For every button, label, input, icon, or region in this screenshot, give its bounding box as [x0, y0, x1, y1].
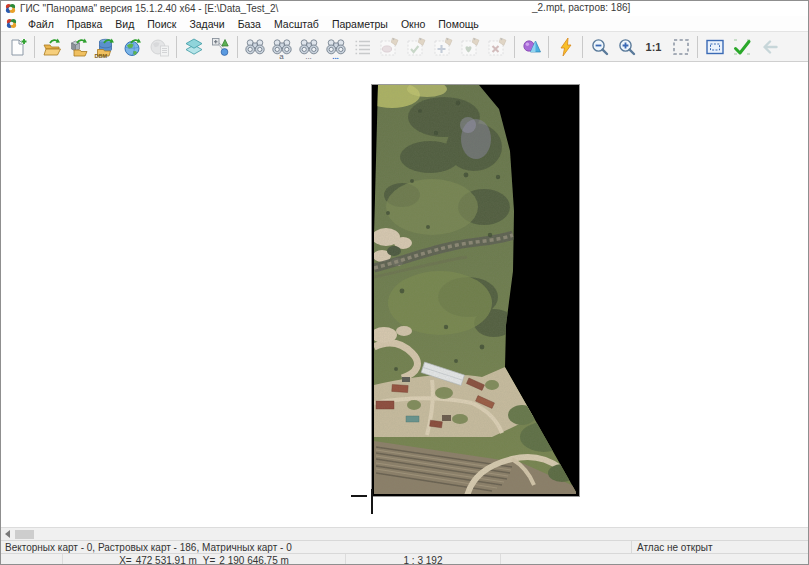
- menu-file[interactable]: Файл: [28, 18, 54, 30]
- toolbar-separator: [34, 36, 35, 58]
- quick-view-button[interactable]: [553, 34, 579, 60]
- scale-value: 1 : 3 192: [404, 555, 443, 565]
- window-title: ГИС "Панорама" версия 15.1.2.40 x64 - [E…: [20, 3, 278, 14]
- select-objects-button: [458, 34, 484, 60]
- menu-edit[interactable]: Правка: [67, 18, 102, 30]
- select-heart-icon: [461, 37, 481, 57]
- menu-search[interactable]: Поиск: [147, 18, 176, 30]
- zoom-out-button[interactable]: [587, 34, 613, 60]
- select-area-icon: [380, 37, 400, 57]
- menu-window[interactable]: Окно: [401, 18, 425, 30]
- dbm-label: DBM: [95, 53, 108, 59]
- open-data-button[interactable]: [66, 34, 92, 60]
- select-x-icon: [488, 37, 508, 57]
- search-dots-label: ...: [296, 52, 322, 62]
- select-confirm-button: [404, 34, 430, 60]
- toolbar-separator: [237, 36, 238, 58]
- select-area-button: [377, 34, 403, 60]
- open-database-button[interactable]: DBM: [93, 34, 119, 60]
- layers-icon: [184, 37, 204, 57]
- search-by-name-button[interactable]: a: [269, 34, 295, 60]
- zoom-in-icon: [617, 37, 637, 57]
- left-arrow-icon: [759, 37, 779, 57]
- status-bar: Векторных карт - 0, Растровых карт - 186…: [1, 540, 808, 553]
- scroll-left-arrow-icon[interactable]: [1, 528, 14, 541]
- globe-icon: [123, 37, 143, 57]
- app-window: ГИС "Панорама" версия 15.1.2.40 x64 - [E…: [0, 0, 809, 565]
- coord-empty-cell: [1, 554, 63, 565]
- map-canvas[interactable]: [1, 62, 808, 527]
- toolbar-separator: [697, 36, 698, 58]
- map-cursor-crosshair: [351, 495, 367, 497]
- window-title-suffix: _2.mpt, растров: 186]: [532, 2, 630, 13]
- toolbar-separator: [582, 36, 583, 58]
- select-frame-button[interactable]: [668, 34, 694, 60]
- scale-1-1-button[interactable]: 1:1: [641, 34, 667, 60]
- select-check-icon: [407, 37, 427, 57]
- maps-count-status: Векторных карт - 0, Растровых карт - 186…: [5, 542, 292, 553]
- create-map-button[interactable]: [5, 34, 31, 60]
- open-box-icon: [69, 37, 89, 57]
- y-label: Y=: [203, 555, 216, 565]
- raster-extent[interactable]: [372, 85, 579, 496]
- composition-icon: [211, 37, 231, 57]
- open-map-button[interactable]: [39, 34, 65, 60]
- open-internet-map-button[interactable]: [120, 34, 146, 60]
- aerial-orthophoto: [372, 85, 579, 496]
- search-button[interactable]: [242, 34, 268, 60]
- new-document-icon: [8, 37, 28, 57]
- geoportal-button: [147, 34, 173, 60]
- cursor-coordinates: X= 472 531.91 m Y= 2 190 646.75 m: [63, 554, 346, 565]
- binoculars-icon: [245, 37, 265, 57]
- title-bar: ГИС "Панорама" версия 15.1.2.40 x64 - [E…: [1, 1, 808, 16]
- dashed-frame-icon: [671, 37, 691, 57]
- map-composition-button[interactable]: [208, 34, 234, 60]
- menu-tasks[interactable]: Задачи: [189, 18, 224, 30]
- menu-view[interactable]: Вид: [115, 18, 134, 30]
- coord-empty-cell: [501, 554, 808, 565]
- search-blue-dots-label: ...: [323, 52, 349, 62]
- select-cancel-button: [485, 34, 511, 60]
- search-in-selected-button[interactable]: ...: [323, 34, 349, 60]
- object-list-button: [350, 34, 376, 60]
- menu-bar: Файл Правка Вид Поиск Задачи База Масшта…: [1, 16, 808, 31]
- window-frame-icon: [705, 37, 725, 57]
- green-check-icon: [732, 37, 752, 57]
- map-scale-indicator: 1 : 3 192: [346, 554, 501, 565]
- toolbar-separator: [548, 36, 549, 58]
- scale-1-1-label: 1:1: [646, 41, 662, 53]
- open-folder-icon: [42, 37, 62, 57]
- menu-options[interactable]: Параметры: [332, 18, 388, 30]
- list-icon: [353, 37, 373, 57]
- menu-database[interactable]: База: [238, 18, 261, 30]
- map-window-button[interactable]: [702, 34, 728, 60]
- menu-scale[interactable]: Масштаб: [274, 18, 319, 30]
- x-value: 472 531.91 m: [136, 555, 197, 565]
- globe-list-icon: [150, 37, 170, 57]
- search-continue-button[interactable]: ...: [296, 34, 322, 60]
- search-name-label: a: [269, 52, 295, 62]
- coordinates-bar: X= 472 531.91 m Y= 2 190 646.75 m 1 : 3 …: [1, 553, 808, 565]
- app-logo-icon: [5, 3, 16, 14]
- lightning-icon: [556, 37, 576, 57]
- map-cursor-crosshair: [371, 489, 373, 514]
- status-separator: [631, 541, 632, 554]
- scrollbar-thumb[interactable]: [15, 530, 34, 539]
- step-back-button: [756, 34, 782, 60]
- atlas-status: Атлас не открыт: [637, 542, 712, 553]
- zoom-out-icon: [590, 37, 610, 57]
- apply-button[interactable]: [729, 34, 755, 60]
- layer-list-button[interactable]: [181, 34, 207, 60]
- toolbar-separator: [514, 36, 515, 58]
- document-icon: [6, 18, 17, 29]
- 3d-shapes-icon: [522, 37, 542, 57]
- x-label: X=: [119, 555, 132, 565]
- select-plus-icon: [434, 37, 454, 57]
- horizontal-scrollbar[interactable]: [1, 527, 808, 540]
- y-value: 2 190 646.75 m: [219, 555, 289, 565]
- main-toolbar: DBM a ... ... 1:1: [1, 31, 808, 62]
- zoom-in-button[interactable]: [614, 34, 640, 60]
- view-3d-button[interactable]: [519, 34, 545, 60]
- toolbar-separator: [176, 36, 177, 58]
- menu-help[interactable]: Помощь: [438, 18, 479, 30]
